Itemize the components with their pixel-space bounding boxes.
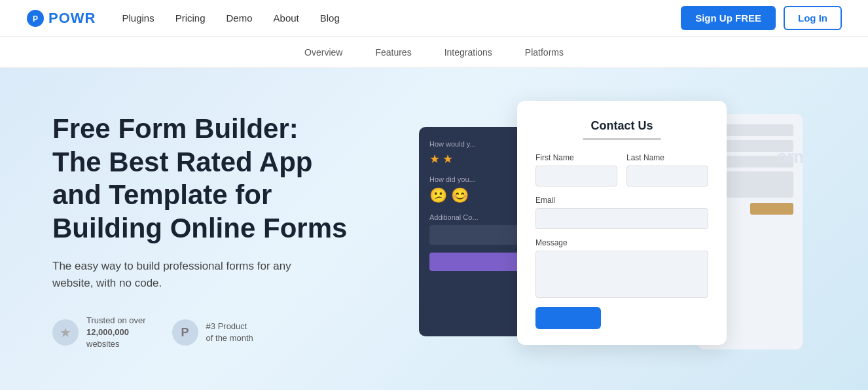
- contact-form-card: Contact Us First Name Last Name Email Me…: [517, 101, 727, 345]
- star-2: ★: [443, 152, 453, 166]
- nav-about[interactable]: About: [274, 12, 299, 24]
- logo[interactable]: P POWR: [26, 9, 96, 27]
- right-bg-text: orm: [776, 147, 803, 168]
- hero-visuals: How would y... ★ ★ How did you... 😕 😊 Ad…: [419, 94, 816, 369]
- subnav-platforms[interactable]: Platforms: [525, 47, 564, 58]
- first-name-group: First Name: [535, 153, 617, 186]
- badge-product: P #3 Productof the month: [172, 319, 253, 346]
- svg-text:P: P: [33, 14, 38, 24]
- sub-navigation: Overview Features Integrations Platforms: [0, 37, 868, 68]
- badge-trusted: ★ Trusted on over12,000,000websites: [52, 315, 146, 351]
- nav-links: Plugins Pricing Demo About Blog: [122, 12, 681, 24]
- logo-text: POWR: [48, 10, 96, 27]
- badge-product-text: #3 Productof the month: [206, 321, 253, 344]
- email-label: Email: [535, 196, 708, 205]
- nav-plugins[interactable]: Plugins: [122, 12, 154, 24]
- subnav-features[interactable]: Features: [375, 47, 411, 58]
- contact-submit-button[interactable]: [535, 307, 601, 329]
- subnav-overview[interactable]: Overview: [304, 47, 342, 58]
- logo-icon: P: [26, 9, 45, 27]
- right-btn: [750, 203, 793, 215]
- contact-divider: [583, 138, 661, 140]
- star-badge-icon: ★: [52, 319, 79, 346]
- first-name-input[interactable]: [535, 166, 617, 186]
- hero-section: Free Form Builder:The Best Rated Appand …: [0, 68, 868, 390]
- message-group: Message: [535, 238, 708, 298]
- login-button[interactable]: Log In: [784, 6, 842, 30]
- last-name-label: Last Name: [626, 153, 708, 162]
- dark-submit-btn: [429, 253, 520, 271]
- message-label: Message: [535, 238, 708, 247]
- signup-button[interactable]: Sign Up FREE: [681, 6, 776, 30]
- name-row: First Name Last Name: [535, 153, 708, 186]
- last-name-group: Last Name: [626, 153, 708, 186]
- email-input[interactable]: [535, 208, 708, 229]
- hero-title: Free Form Builder:The Best Rated Appand …: [52, 113, 393, 245]
- subnav-integrations[interactable]: Integrations: [444, 47, 492, 58]
- message-textarea[interactable]: [535, 251, 708, 298]
- nav-blog[interactable]: Blog: [320, 12, 340, 24]
- product-hunt-icon: P: [172, 319, 198, 346]
- hero-subtitle: The easy way to build professional forms…: [52, 258, 327, 291]
- emoji-2: 😊: [451, 187, 469, 204]
- nav-actions: Sign Up FREE Log In: [681, 6, 842, 30]
- nav-pricing[interactable]: Pricing: [175, 12, 206, 24]
- top-navigation: P POWR Plugins Pricing Demo About Blog S…: [0, 0, 868, 37]
- star-1: ★: [429, 152, 440, 166]
- badge-trusted-text: Trusted on over12,000,000websites: [86, 315, 146, 351]
- last-name-input[interactable]: [626, 166, 708, 186]
- email-group: Email: [535, 196, 708, 229]
- nav-demo[interactable]: Demo: [226, 12, 253, 24]
- hero-badges: ★ Trusted on over12,000,000websites P #3…: [52, 315, 393, 351]
- hero-content: Free Form Builder:The Best Rated Appand …: [52, 113, 393, 350]
- emoji-1: 😕: [429, 187, 447, 204]
- contact-form-title: Contact Us: [535, 119, 708, 133]
- first-name-label: First Name: [535, 153, 617, 162]
